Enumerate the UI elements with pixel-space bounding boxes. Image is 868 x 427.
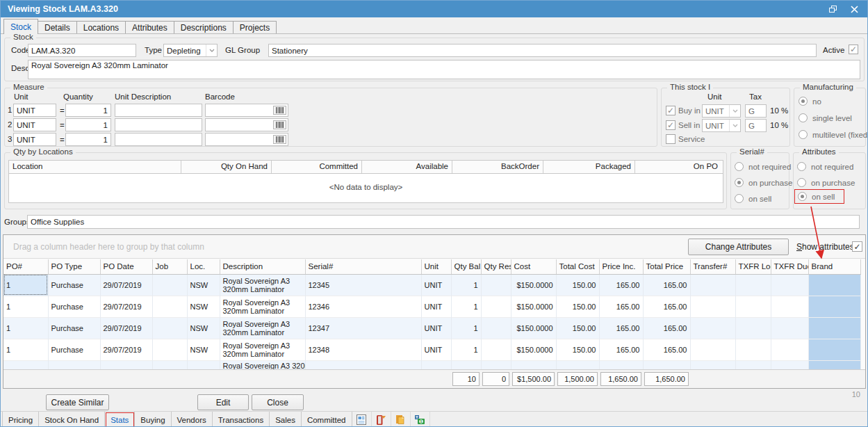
cell-qty-res[interactable] [481,274,511,296]
restore-window-icon[interactable] [824,3,842,15]
column-header-location[interactable]: Location [9,161,181,173]
code-field[interactable] [28,44,136,57]
bottom-tab-committed[interactable]: Committed [302,412,352,427]
cell-qty-bal[interactable] [451,360,481,370]
column-header-packaged[interactable]: Packaged [543,161,635,173]
measure-unit-field[interactable] [13,118,56,131]
cell-description[interactable]: Royal Sovereign A3 320mm [220,360,305,370]
close-button[interactable]: Close [252,394,304,410]
column-header-txfr-loc[interactable]: TXFR Loc [735,259,771,274]
table-row[interactable]: 1 Purchase 29/07/2019 NSW Royal Sovereig… [3,296,860,317]
cell-transfer[interactable] [690,360,735,370]
manufacturing-option-single-level[interactable]: single level [799,113,852,122]
cell-txfr-due[interactable] [771,317,808,339]
column-header-description[interactable]: Description [220,259,305,274]
sell-in-checkbox[interactable]: ✓ [666,120,675,130]
cell-txfr-due[interactable] [771,296,808,317]
manufacturing-option-no[interactable]: no [799,97,821,106]
table-row-clipped[interactable]: Royal Sovereign A3 320mm [3,360,860,370]
tab-attributes[interactable]: Attributes [125,21,174,34]
report-icon[interactable] [352,412,372,427]
cell-transfer[interactable] [690,274,735,296]
cell-job[interactable] [152,360,187,370]
measure-quantity-field[interactable] [65,118,111,131]
bottom-tab-buying[interactable]: Buying [135,412,171,427]
cell-description[interactable]: Royal Sovereign A3 320mm Laminator [220,317,305,339]
serial-option-not-required[interactable]: not required [735,162,791,171]
buy-unit-dropdown[interactable]: UNIT [702,104,741,118]
notes-icon[interactable] [372,412,391,427]
cell-brand[interactable] [808,296,860,317]
cell-job[interactable] [152,317,187,339]
cell-price-inc[interactable] [599,360,643,370]
edit-button[interactable]: Edit [197,394,249,410]
column-header-on-po[interactable]: On PO [635,161,721,173]
column-header-job[interactable]: Job [152,259,187,274]
cell-brand[interactable] [808,360,860,370]
column-header-transfer[interactable]: Transfer# [690,259,735,274]
cell-txfr-loc[interactable] [735,274,771,296]
cell-po-date[interactable]: 29/07/2019 [100,339,152,360]
cell-total-cost[interactable]: 150.00 [556,296,599,317]
buy-in-checkbox[interactable]: ✓ [666,106,675,115]
cell-qty-res[interactable] [481,360,511,370]
measure-unit-field[interactable] [13,133,56,146]
cell-po-date[interactable]: 29/07/2019 [100,317,152,339]
cell-qty-res[interactable] [481,317,511,339]
column-header-po-date[interactable]: PO Date [100,259,152,274]
gl-group-field[interactable] [268,44,817,57]
cell-txfr-due[interactable] [771,339,808,360]
tab-descriptions[interactable]: Descriptions [174,21,234,34]
cell-brand[interactable] [808,317,860,339]
cell-po-date[interactable]: 29/07/2019 [100,274,152,296]
desc-field[interactable]: Royal Sovereign A3 320mm Laminator [28,60,860,79]
table-row[interactable]: 1 Purchase 29/07/2019 NSW Royal Sovereig… [3,339,860,360]
bottom-tab-stats[interactable]: Stats [105,412,135,427]
cell-total-cost[interactable]: 150.00 [556,274,599,296]
attributes-option-on-purchase[interactable]: on purchase [797,178,855,187]
bottom-tab-pricing[interactable]: Pricing [2,412,39,427]
tab-stock[interactable]: Stock [3,19,38,34]
barcode-icon[interactable] [273,106,286,115]
cell-serial[interactable] [305,360,421,370]
cell-cost[interactable]: $150.0000 [511,317,556,339]
cell-total-price[interactable]: 165.00 [643,274,690,296]
service-checkbox[interactable] [666,134,675,144]
type-dropdown[interactable]: Depleting [163,44,218,57]
column-header-loc[interactable]: Loc. [187,259,220,274]
cell-price-inc[interactable]: 165.00 [599,317,643,339]
active-checkbox[interactable]: ✓ [849,45,858,54]
cell-unit[interactable]: UNIT [421,296,451,317]
cell-po-date[interactable] [100,360,152,370]
cell-transfer[interactable] [690,339,735,360]
column-header-total-cost[interactable]: Total Cost [556,259,599,274]
sell-unit-dropdown[interactable]: UNIT [702,119,741,132]
cell-transfer[interactable] [690,296,735,317]
cell-qty-bal[interactable]: 1 [451,317,481,339]
column-header-po-type[interactable]: PO Type [48,259,100,274]
column-header-po[interactable]: PO# [3,259,48,274]
cell-qty-res[interactable] [481,296,511,317]
column-header-qty-res[interactable]: Qty Res [481,259,511,274]
bottom-tab-vendors[interactable]: Vendors [172,412,213,427]
cell-po[interactable]: 1 [3,317,48,339]
cell-po[interactable]: 1 [3,339,48,360]
measure-unit-desc-field[interactable] [115,133,202,146]
cell-total-cost[interactable]: 150.00 [556,339,599,360]
column-header-price-inc[interactable]: Price Inc. [599,259,643,274]
buy-tax-code-field[interactable] [745,104,767,118]
column-header-qty-bal[interactable]: Qty Bal [451,259,481,274]
cell-price-inc[interactable]: 165.00 [599,274,643,296]
cell-txfr-due[interactable] [771,274,808,296]
cell-po-type[interactable]: Purchase [48,339,100,360]
tab-details[interactable]: Details [38,21,77,34]
cell-qty-bal[interactable]: 1 [451,296,481,317]
measure-unit-field[interactable] [13,104,56,117]
cell-price-inc[interactable]: 165.00 [599,296,643,317]
cell-transfer[interactable] [690,317,735,339]
column-header-brand[interactable]: Brand [808,259,860,274]
sell-tax-code-field[interactable] [745,119,767,132]
copy-icon[interactable] [391,412,411,427]
bottom-tab-transactions[interactable]: Transactions [213,412,270,427]
cell-brand[interactable] [808,274,860,296]
